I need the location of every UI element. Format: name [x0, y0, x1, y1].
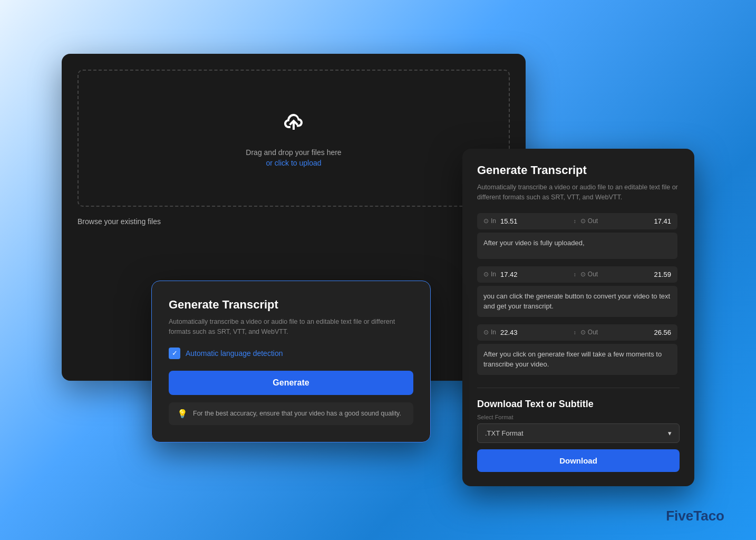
- select-label: Select Format: [477, 414, 680, 420]
- in-label-2: ⊙ In: [483, 329, 496, 336]
- segment-1: ⊙ In 17.42 ↕ ⊙ Out 21.59 you can click t…: [477, 266, 677, 317]
- segment-text-2[interactable]: After you click on generate fixer will t…: [477, 344, 677, 375]
- segment-text-0[interactable]: After your video is fully uploaded,: [477, 233, 677, 259]
- in-value-2: 22.43: [500, 329, 569, 336]
- segment-2: ⊙ In 22.43 ↕ ⊙ Out 26.56 After you click…: [477, 324, 677, 375]
- auto-detect-label: Automatic language detection: [186, 349, 283, 358]
- generate-card: Generate Transcript Automatically transc…: [151, 281, 431, 442]
- generate-button[interactable]: Generate: [169, 371, 413, 395]
- generate-card-title: Generate Transcript: [169, 298, 413, 312]
- lightbulb-icon: 💡: [177, 409, 188, 419]
- in-value-0: 15.51: [500, 217, 569, 225]
- out-icon-0: ⊙: [580, 217, 586, 225]
- hint-text: For the best accuracy, ensure that your …: [193, 410, 401, 417]
- brand-name: FiveTaco: [666, 508, 724, 524]
- in-icon-1: ⊙: [483, 271, 489, 278]
- out-label-2: ⊙ Out: [580, 329, 598, 336]
- in-icon-2: ⊙: [483, 329, 489, 336]
- download-title: Download Text or Subtitle: [477, 399, 680, 410]
- time-row-2: ⊙ In 22.43 ↕ ⊙ Out 26.56: [477, 324, 677, 341]
- segment-0: ⊙ In 15.51 ↕ ⊙ Out 17.41 After your vide…: [477, 213, 677, 259]
- auto-detect-row[interactable]: ✓ Automatic language detection: [169, 348, 413, 359]
- in-label-0: ⊙ In: [483, 217, 496, 225]
- brand-logo: FiveTaco: [666, 508, 724, 524]
- segments-scroll-area[interactable]: ⊙ In 15.51 ↕ ⊙ Out 17.41 After your vide…: [477, 213, 680, 382]
- out-value-1: 21.59: [602, 271, 671, 278]
- transcript-results-card: Generate Transcript Automatically transc…: [462, 149, 694, 486]
- upload-icon: [281, 110, 306, 141]
- time-row-0: ⊙ In 15.51 ↕ ⊙ Out 17.41: [477, 213, 677, 229]
- out-icon-2: ⊙: [580, 329, 586, 336]
- format-option-text: .TXT Format: [485, 429, 524, 437]
- segment-text-1[interactable]: you can click the generate button to con…: [477, 286, 677, 317]
- brand-part2: Taco: [693, 508, 724, 524]
- hint-box: 💡 For the best accuracy, ensure that you…: [169, 402, 413, 425]
- drop-zone[interactable]: Drag and drop your files here or click t…: [77, 70, 510, 207]
- in-label-1: ⊙ In: [483, 271, 496, 278]
- out-label-0: ⊙ Out: [580, 217, 598, 225]
- upload-link[interactable]: or click to upload: [266, 159, 321, 167]
- format-select[interactable]: .TXT Format ▾: [477, 423, 680, 443]
- out-label-1: ⊙ Out: [580, 271, 598, 278]
- in-icon-0: ⊙: [483, 217, 489, 225]
- results-card-title: Generate Transcript: [477, 163, 680, 177]
- time-icon-2: ↕: [574, 330, 576, 335]
- time-icon-0: ↕: [574, 218, 576, 224]
- generate-card-desc: Automatically transcribe a video or audi…: [169, 317, 413, 337]
- in-value-1: 17.42: [500, 271, 569, 278]
- time-row-1: ⊙ In 17.42 ↕ ⊙ Out 21.59: [477, 266, 677, 283]
- browse-text[interactable]: Browse your existing files: [77, 217, 510, 226]
- out-icon-1: ⊙: [580, 271, 586, 278]
- out-value-2: 26.56: [602, 329, 671, 336]
- results-card-desc: Automatically transcribe a video or audi…: [477, 182, 680, 202]
- time-icon-1: ↕: [574, 272, 576, 277]
- download-section: Download Text or Subtitle Select Format …: [477, 388, 680, 472]
- drop-text: Drag and drop your files here: [246, 148, 341, 157]
- chevron-down-icon: ▾: [668, 429, 672, 437]
- out-value-0: 17.41: [602, 217, 671, 225]
- checkbox-icon: ✓: [169, 348, 180, 359]
- brand-part1: Five: [666, 508, 693, 524]
- download-button[interactable]: Download: [477, 449, 680, 472]
